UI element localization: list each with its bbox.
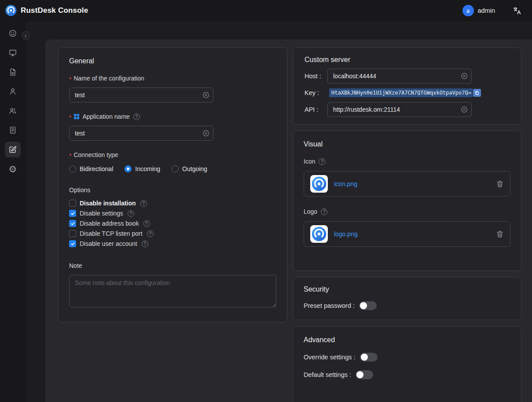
note-label: Note [69,262,276,269]
checkbox[interactable] [69,200,76,207]
radio-button[interactable] [125,165,132,172]
check-icon [70,241,75,246]
chevron-right-icon: › [25,32,26,39]
api-input-wrap [327,102,472,117]
clear-input-icon[interactable] [461,73,468,80]
logo-file-box: logo.png [304,221,510,247]
default-settings-row: Default settings : [304,370,510,379]
note-textarea[interactable] [69,275,276,307]
clear-input-icon[interactable] [202,91,209,99]
radio-button[interactable] [69,165,76,172]
key-value[interactable]: HtaXBkJNHyn0e1U1jWXze7A7CN7QTGWqxkOtpaVp… [329,88,473,97]
sidebar-item-overview[interactable] [5,26,21,41]
override-settings-toggle[interactable] [360,353,378,362]
checkbox[interactable] [69,220,76,227]
option-disable-settings[interactable]: Disable settings ? [69,210,276,217]
radio-incoming[interactable]: Incoming [125,165,160,172]
help-icon[interactable]: ? [142,241,148,247]
option-disable-user-account[interactable]: Disable user account ? [69,240,276,247]
sidebar-item-configurations[interactable] [5,142,21,157]
checkbox[interactable] [69,210,76,217]
clear-input-icon[interactable] [461,106,468,113]
connection-type-radio-group: Bidirectional Incoming Outgoing [69,165,276,172]
option-disable-tcp-listen-port[interactable]: Disable TCP listen port ? [69,230,276,237]
sidebar-item-groups[interactable] [5,103,21,119]
preset-password-toggle[interactable] [359,301,377,310]
option-disable-address-book[interactable]: Disable address book ? [69,220,276,227]
option-disable-installation[interactable]: Disable installation ? [69,200,276,207]
advanced-card-title: Advanced [304,336,510,344]
icon-file-box: icon.png [304,171,510,197]
option-label: Disable TCP listen port [80,230,143,237]
host-input[interactable] [327,69,472,84]
general-card: General * Name of the configuration * Ap… [58,48,287,322]
rustdesk-logo-icon [5,5,17,16]
host-row: Host : [305,69,510,84]
help-icon[interactable]: ? [140,200,147,207]
sidebar-item-user[interactable] [5,84,21,99]
icon-file-link[interactable]: icon.png [334,180,357,187]
help-icon[interactable]: ? [319,158,325,165]
help-icon[interactable]: ? [128,210,134,217]
general-card-title: General [69,57,276,65]
avatar[interactable]: a [462,5,474,16]
api-input[interactable] [327,102,472,117]
override-settings-label: Override settings : [304,354,356,361]
sidebar-item-documents[interactable] [5,64,21,80]
help-icon[interactable]: ? [133,113,140,120]
option-label: Disable address book [80,220,139,227]
connection-type-label: * Connection type [69,151,276,158]
sidebar-expand-button[interactable]: › [22,31,30,40]
copy-key-button[interactable] [473,89,481,97]
copy-icon [474,90,480,95]
configuration-name-input-wrap [69,88,213,102]
checkbox[interactable] [69,230,76,237]
configuration-name-label: * Name of the configuration [69,75,276,82]
radio-bidirectional[interactable]: Bidirectional [69,165,113,172]
radio-button[interactable] [172,165,179,172]
application-name-label: * Application name ? [69,113,276,120]
help-icon[interactable]: ? [147,230,154,237]
language-switch-button[interactable] [512,5,522,16]
user-icon [8,87,17,96]
sidebar-item-logs[interactable] [5,122,21,138]
host-input-wrap [327,69,472,84]
key-row: Key : HtaXBkJNHyn0e1U1jWXze7A7CN7QTGWqxk… [305,88,510,97]
clear-input-icon[interactable] [202,130,209,137]
radio-label: Outgoing [182,165,207,172]
application-name-input[interactable] [69,126,213,141]
delete-icon[interactable] [496,180,504,188]
checkbox[interactable] [69,240,76,247]
icon-label: Icon ? [304,158,510,165]
sidebar: ⚙ [0,21,26,402]
radio-label: Bidirectional [80,165,113,172]
check-icon [70,211,75,216]
radio-label: Incoming [135,165,160,172]
icon-label-text: Icon [304,158,315,165]
logo-label-text: Logo [304,208,317,215]
main-area: General * Name of the configuration * Ap… [26,21,532,402]
app-title: RustDesk Console [21,6,88,15]
option-label: Disable user account [80,240,137,247]
delete-icon[interactable] [496,230,504,238]
log-icon [8,126,17,135]
custom-server-card-title: Custom server [305,56,510,64]
radio-outgoing[interactable]: Outgoing [172,165,207,172]
help-icon[interactable]: ? [321,208,327,215]
api-label: API : [305,106,327,113]
configuration-name-input[interactable] [69,88,213,102]
sidebar-item-settings[interactable]: ⚙ [5,161,21,177]
advanced-card: Advanced Override settings : Default set… [293,326,521,402]
right-column: Custom server Host : Key : HtaXBkJNHyn0e… [293,48,521,402]
sidebar-item-devices[interactable] [5,45,21,61]
option-label: Disable installation [80,200,136,207]
security-card: Security Preset password : [293,277,521,320]
logo-file-link[interactable]: logo.png [334,230,358,238]
user-name[interactable]: admin [478,7,495,14]
preset-password-row: Preset password : [304,301,510,310]
host-label: Host : [305,73,327,80]
visual-card: Visual Icon ? icon.png Logo [293,131,521,271]
help-icon[interactable]: ? [143,220,150,227]
default-settings-toggle[interactable] [356,370,373,379]
option-label: Disable settings [80,210,123,217]
